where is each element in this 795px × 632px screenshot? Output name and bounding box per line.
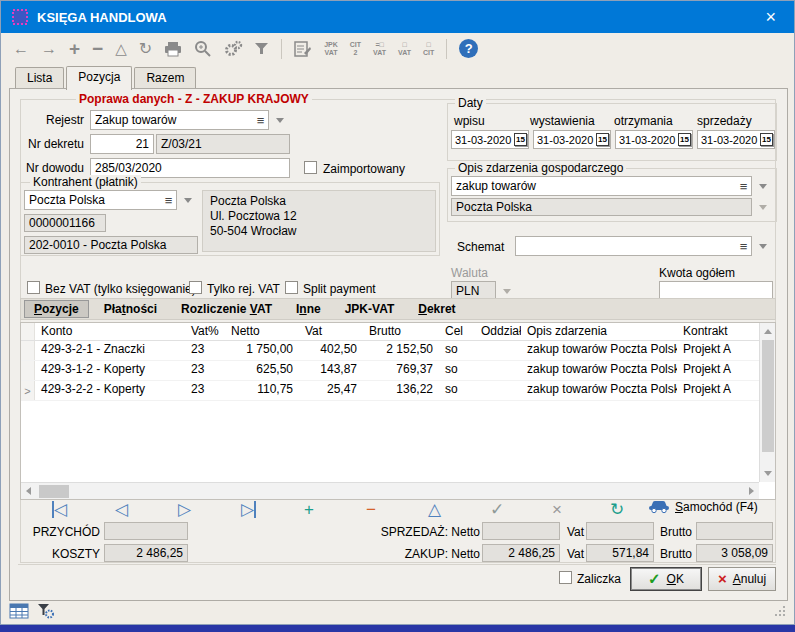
table-cell[interactable]: 625,50 [225,361,299,380]
table-cell[interactable]: 429-3-1-2 - Koperty [35,361,185,380]
back-button[interactable]: ← [13,41,29,57]
settings-button[interactable] [224,40,243,57]
delete-position-button[interactable]: − [366,501,376,518]
calendar-button[interactable]: 15 [760,133,773,146]
print-button[interactable] [164,41,182,57]
date-wystawienia-field[interactable]: 31-03-202015 [533,130,611,149]
next-record-button[interactable]: ▷ [178,501,191,518]
table-cell[interactable]: so [439,361,475,380]
date-sprzedazy-field[interactable]: 31-03-202015 [697,130,775,149]
inner-tab-pozycje[interactable]: Pozycje [24,300,89,318]
table-cell[interactable]: so [439,381,475,400]
rejestr-dropdown-button[interactable] [269,110,290,130]
column-header-kontrakt[interactable]: Kontrakt [677,323,759,340]
add-button[interactable]: + [69,41,80,57]
edit-position-button[interactable]: △ [428,501,441,518]
add-position-button[interactable]: + [304,501,314,518]
column-header-cel[interactable]: Cel [439,323,475,340]
opis-dropdown-button[interactable] [752,176,773,196]
calendar-button[interactable]: 15 [678,133,691,146]
calendar-button[interactable]: 15 [596,133,609,146]
filter-button[interactable] [255,42,269,55]
jpk-vat-button[interactable]: JPKVAT [324,41,338,56]
column-header-opis-zdarzenia[interactable]: Opis zdarzenia [521,323,677,340]
scroll-down-icon[interactable] [764,471,772,476]
previous-record-button[interactable]: ◁ [115,501,128,518]
scroll-up-icon[interactable] [764,329,772,334]
table-cell[interactable]: 23 [185,341,225,360]
zaimportowany-checkbox[interactable] [304,161,317,174]
table-cell[interactable]: zakup towarów Poczta Polska [521,361,677,380]
table-cell[interactable]: Projekt A [677,341,759,360]
samochod-button[interactable]: Samochód (F4) [648,499,758,514]
menu-icon[interactable]: ≡ [161,193,176,208]
nr-dekretu-field[interactable]: 21 [90,134,154,154]
jpk-export-button[interactable] [294,40,312,57]
calendar-button[interactable]: 15 [514,133,527,146]
table-cell[interactable]: 402,50 [299,341,363,360]
table-cell[interactable]: 110,75 [225,381,299,400]
resize-grip[interactable] [774,605,786,620]
grid-horizontal-scrollbar[interactable] [21,482,759,499]
scroll-right-icon[interactable] [749,487,754,495]
split-payment-label[interactable]: Split payment [303,282,376,296]
kontrahent-dropdown-button[interactable] [177,190,198,210]
split-payment-checkbox[interactable] [285,281,298,294]
menu-icon[interactable]: ≡ [736,179,751,194]
tab-lista[interactable]: Lista [15,67,64,89]
column-header-konto[interactable]: Konto [35,323,185,340]
tylko-rej-vat-checkbox[interactable] [189,281,202,294]
table-cell[interactable]: Projekt A [677,361,759,380]
edit-button[interactable]: △ [115,41,127,56]
anuluj-button[interactable]: × Anuluj [708,567,776,591]
table-cell[interactable]: 23 [185,361,225,380]
bez-vat-label[interactable]: Bez VAT (tylko księgowanie) [45,282,196,296]
accept-button[interactable]: ✓ [490,501,504,518]
last-record-button[interactable]: ▷ [241,501,256,518]
inner-tab-p-atno-ci[interactable]: Płatności [95,301,166,317]
inner-tab-dekret[interactable]: Dekret [409,301,464,317]
horizontal-scroll-thumb[interactable] [39,485,69,498]
table-cell[interactable]: 2 152,50 [363,341,439,360]
filter-settings-button[interactable] [37,603,55,622]
table-cell[interactable]: 25,47 [299,381,363,400]
titlebar[interactable]: KSIĘGA HANDLOWA × [1,1,794,33]
table-cell[interactable]: 1 750,00 [225,341,299,360]
schemat-dropdown-button[interactable] [752,236,773,256]
date-wpisu-field[interactable]: 31-03-202015 [451,130,529,149]
column-header-vat-[interactable]: Vat% [185,323,225,340]
first-record-button[interactable]: ◁ [52,501,67,518]
table-cell[interactable]: zakup towarów Poczta Polska [521,381,677,400]
inner-tab-jpk-vat[interactable]: JPK-VAT [336,301,404,317]
table-cell[interactable] [475,381,521,400]
table-row[interactable]: 429-3-2-1 - Znaczki231 750,00402,502 152… [21,341,775,361]
refresh-button[interactable]: ↻ [139,41,152,57]
help-button[interactable]: ? [459,39,478,58]
vat-declaration-button[interactable]: □VAT [398,41,411,56]
table-cell[interactable]: zakup towarów Poczta Polska [521,341,677,360]
table-cell[interactable]: so [439,341,475,360]
cit-declaration-button[interactable]: □CIT [423,41,434,56]
table-cell[interactable]: 23 [185,381,225,400]
tylko-rej-vat-label[interactable]: Tylko rej. VAT [207,282,280,296]
table-cell[interactable]: 769,37 [363,361,439,380]
scroll-left-icon[interactable] [26,487,31,495]
inner-tab-rozliczenie-vat[interactable]: Rozliczenie VAT [172,301,281,317]
bez-vat-checkbox[interactable] [27,281,40,294]
ok-button[interactable]: ✓ OK [630,567,702,591]
kontrahent-combo[interactable]: Poczta Polska≡ [24,190,198,210]
tab-razem[interactable]: Razem [134,67,196,89]
abandon-button[interactable]: × [552,501,562,518]
zaliczka-checkbox[interactable] [559,571,572,584]
table-cell[interactable]: Projekt A [677,381,759,400]
table-cell[interactable] [475,361,521,380]
schemat-combo[interactable]: ≡ [515,236,773,256]
grid-vertical-scrollbar[interactable] [759,323,775,482]
close-button[interactable]: × [757,6,784,28]
cit-2-button[interactable]: CIT2 [350,41,361,56]
inner-tab-inne[interactable]: Inne [287,301,330,317]
zaliczka-label[interactable]: Zaliczka [577,572,621,586]
table-row[interactable]: 429-3-1-2 - Koperty23625,50143,87769,37s… [21,361,775,381]
table-cell[interactable]: 136,22 [363,381,439,400]
table-cell[interactable]: 143,87 [299,361,363,380]
